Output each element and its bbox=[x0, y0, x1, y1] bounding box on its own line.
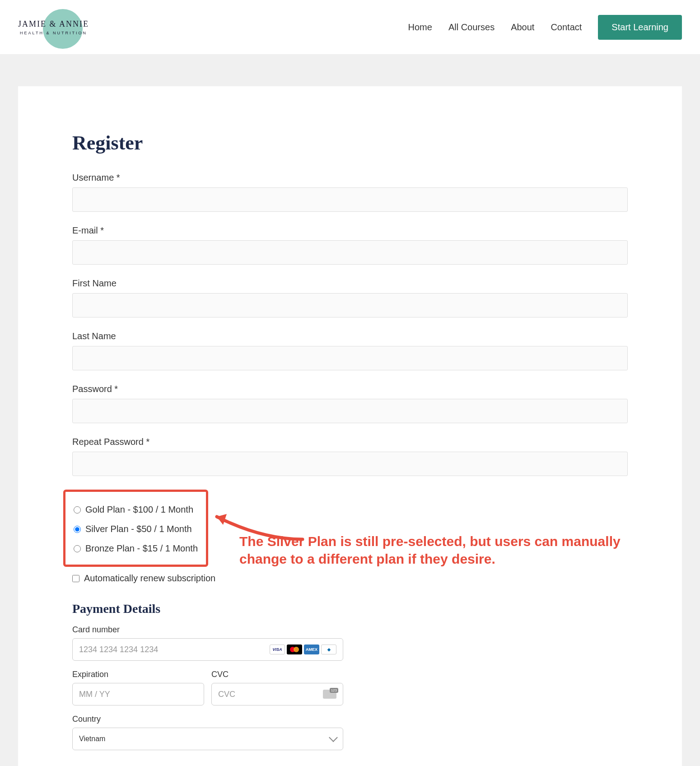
main-nav: Home All Courses About Contact Start Lea… bbox=[408, 15, 682, 40]
plan-silver-radio[interactable] bbox=[74, 526, 81, 533]
expiration-input[interactable] bbox=[79, 690, 197, 699]
logo-circle-icon bbox=[43, 9, 83, 49]
page-title: Register bbox=[72, 131, 628, 154]
expiration-field[interactable] bbox=[72, 683, 204, 705]
chevron-down-icon bbox=[329, 733, 338, 742]
cvc-card-icon bbox=[323, 690, 336, 699]
nav-contact[interactable]: Contact bbox=[551, 22, 582, 33]
password-label: Password * bbox=[72, 384, 628, 394]
cvc-field[interactable] bbox=[211, 683, 343, 705]
email-label: E-mail * bbox=[72, 225, 628, 236]
nav-all-courses[interactable]: All Courses bbox=[448, 22, 495, 33]
annotation-text: The Silver Plan is still pre-selected, b… bbox=[239, 532, 628, 568]
nav-home[interactable]: Home bbox=[408, 22, 432, 33]
plan-silver[interactable]: Silver Plan - $50 / 1 Month bbox=[71, 519, 201, 539]
auto-renew-checkbox[interactable] bbox=[72, 575, 79, 582]
plans-highlight-box: Gold Plan - $100 / 1 Month Silver Plan -… bbox=[63, 490, 208, 567]
card-number-field[interactable]: VISA AMEX ◆ bbox=[72, 638, 343, 661]
last-name-label: Last Name bbox=[72, 331, 628, 341]
logo-sub-text: HEALTH & NUTRITION bbox=[20, 31, 87, 35]
username-label: Username * bbox=[72, 173, 628, 183]
plan-gold-radio[interactable] bbox=[74, 506, 81, 514]
nav-about[interactable]: About bbox=[511, 22, 534, 33]
plan-bronze-radio[interactable] bbox=[74, 545, 81, 552]
repeat-password-label: Repeat Password * bbox=[72, 437, 628, 447]
plan-bronze-label: Bronze Plan - $15 / 1 Month bbox=[85, 543, 198, 554]
cvc-input[interactable] bbox=[218, 690, 323, 699]
last-name-input[interactable] bbox=[72, 346, 628, 370]
site-logo[interactable]: JAMIE & ANNIE HEALTH & NUTRITION bbox=[18, 9, 117, 45]
plan-gold[interactable]: Gold Plan - $100 / 1 Month bbox=[71, 500, 201, 519]
card-number-input[interactable] bbox=[79, 645, 270, 654]
repeat-password-input[interactable] bbox=[72, 452, 628, 476]
site-header: JAMIE & ANNIE HEALTH & NUTRITION Home Al… bbox=[0, 0, 700, 55]
first-name-input[interactable] bbox=[72, 293, 628, 318]
country-select[interactable]: Vietnam bbox=[72, 728, 343, 750]
mastercard-icon bbox=[287, 645, 302, 654]
visa-icon: VISA bbox=[270, 645, 285, 654]
start-learning-button[interactable]: Start Learning bbox=[598, 15, 682, 40]
amex-icon: AMEX bbox=[304, 645, 319, 654]
logo-main-text: JAMIE & ANNIE bbox=[18, 19, 89, 29]
country-label: Country bbox=[72, 715, 628, 724]
auto-renew-label: Automatically renew subscription bbox=[84, 573, 215, 584]
plan-silver-label: Silver Plan - $50 / 1 Month bbox=[85, 524, 192, 534]
country-value: Vietnam bbox=[79, 735, 105, 743]
register-card: Register Username * E-mail * First Name … bbox=[18, 86, 682, 766]
plan-bronze[interactable]: Bronze Plan - $15 / 1 Month bbox=[71, 539, 201, 558]
email-input[interactable] bbox=[72, 240, 628, 265]
card-brand-icons: VISA AMEX ◆ bbox=[270, 645, 336, 654]
cvc-label: CVC bbox=[211, 670, 343, 679]
password-input[interactable] bbox=[72, 399, 628, 423]
first-name-label: First Name bbox=[72, 278, 628, 289]
payment-heading: Payment Details bbox=[72, 602, 628, 616]
plan-gold-label: Gold Plan - $100 / 1 Month bbox=[85, 504, 193, 515]
card-number-label: Card number bbox=[72, 625, 628, 635]
diners-icon: ◆ bbox=[321, 645, 336, 654]
auto-renew-row[interactable]: Automatically renew subscription bbox=[72, 573, 628, 584]
expiration-label: Expiration bbox=[72, 670, 204, 679]
username-input[interactable] bbox=[72, 187, 628, 212]
